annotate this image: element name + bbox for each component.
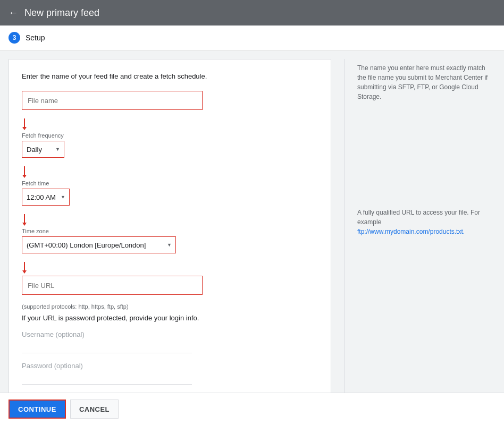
fetch-frequency-label: Fetch frequency [22, 132, 318, 139]
username-label: Username (optional) [22, 330, 318, 338]
fetch-frequency-select[interactable]: Daily Weekly Monthly [22, 141, 64, 158]
arrow-3 [22, 214, 318, 226]
file-url-input[interactable] [22, 276, 203, 295]
continue-button[interactable]: CONTINUE [9, 400, 66, 419]
page-header: ← New primary feed [0, 0, 504, 26]
fetch-time-label: Fetch time [22, 180, 318, 186]
file-url-group [22, 276, 318, 295]
arrow-2 [22, 166, 318, 178]
page-title: New primary feed [24, 7, 99, 19]
vertical-divider [344, 59, 345, 406]
side-note-bottom-text: A fully qualified URL to access your fil… [357, 209, 480, 226]
side-panel: The name you enter here must exactly mat… [357, 59, 495, 406]
arrow-4 [22, 262, 318, 274]
step-label: Setup [26, 33, 45, 42]
back-button[interactable]: ← [9, 7, 18, 19]
fetch-frequency-wrapper: Daily Weekly Monthly [22, 141, 64, 158]
fetch-frequency-group: Fetch frequency Daily Weekly Monthly [22, 132, 318, 158]
fetch-time-group: Fetch time 12:00 AM 1:00 AM 2:00 AM [22, 180, 318, 206]
timezone-wrapper: (GMT+00:00) London [Europe/London] (GMT-… [22, 236, 176, 253]
password-notice: If your URL is password protected, provi… [22, 314, 318, 322]
bottom-bar: CONTINUE CANCEL [0, 393, 504, 425]
main-content: Enter the name of your feed file and cre… [0, 50, 504, 415]
side-note-bottom: A fully qualified URL to access your fil… [357, 208, 495, 236]
timezone-select[interactable]: (GMT+00:00) London [Europe/London] (GMT-… [22, 236, 176, 253]
form-description: Enter the name of your feed file and cre… [22, 72, 318, 80]
side-note-top: The name you enter here must exactly mat… [357, 63, 495, 101]
side-note-top-text: The name you enter here must exactly mat… [357, 64, 488, 100]
file-name-group [22, 91, 318, 110]
password-input[interactable] [22, 372, 192, 385]
cancel-button[interactable]: CANCEL [70, 400, 119, 419]
timezone-label: Time zone [22, 228, 318, 234]
supported-protocols: (supported protocols: http, https, ftp, … [22, 303, 318, 310]
step-badge: 3 [9, 32, 20, 44]
form-panel: Enter the name of your feed file and cre… [9, 59, 331, 406]
fetch-time-wrapper: 12:00 AM 1:00 AM 2:00 AM [22, 189, 70, 206]
password-group: Password (optional) [22, 362, 318, 385]
arrow-1 [22, 118, 318, 130]
username-group: Username (optional) [22, 330, 318, 353]
example-url: ftp://www.mydomain.com/products.txt. [357, 228, 465, 235]
password-label: Password (optional) [22, 362, 318, 370]
username-input[interactable] [22, 341, 192, 353]
fetch-time-select[interactable]: 12:00 AM 1:00 AM 2:00 AM [22, 189, 70, 206]
timezone-group: Time zone (GMT+00:00) London [Europe/Lon… [22, 228, 318, 253]
step-bar: 3 Setup [0, 26, 504, 50]
file-name-input[interactable] [22, 91, 203, 110]
